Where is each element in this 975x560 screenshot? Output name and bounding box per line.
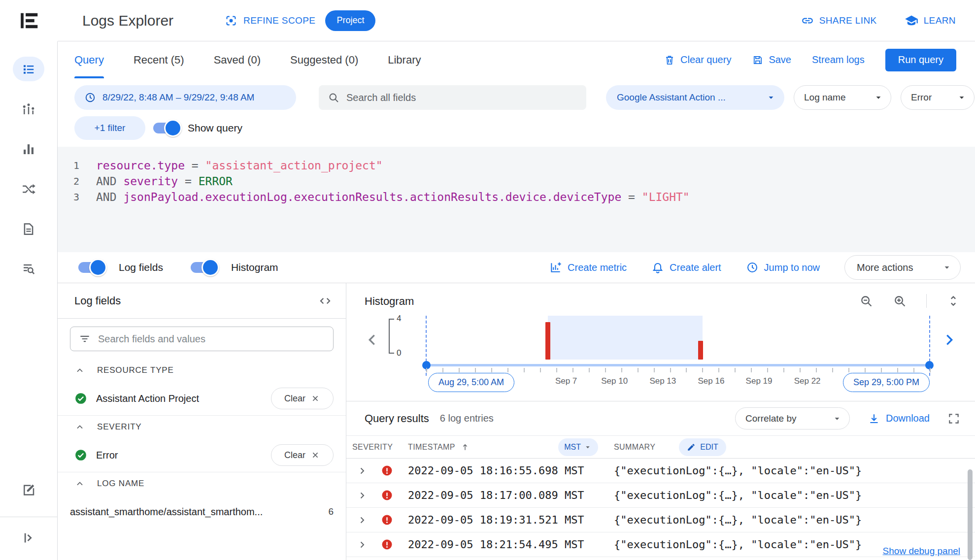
section-header-resource-type[interactable]: RESOURCE TYPE [58, 359, 346, 382]
project-scope-badge[interactable]: Project [325, 10, 375, 31]
severity-filter-dropdown[interactable]: Error [901, 85, 975, 110]
timeline-track[interactable] [426, 364, 930, 366]
jump-to-now-button[interactable]: Jump to now [746, 261, 820, 274]
cloud-logging-logo[interactable] [0, 0, 58, 41]
results-scrollbar[interactable] [968, 469, 973, 560]
column-timestamp[interactable]: TIMESTAMP [408, 443, 455, 452]
code-view-button[interactable] [318, 294, 332, 308]
sidebar-item-logs-storage[interactable] [13, 209, 44, 249]
query-editor[interactable]: 1resource.type = "assistant_action_proje… [58, 147, 975, 252]
token-op: = [178, 175, 199, 188]
log-entries-count: 6 log entries [440, 413, 494, 424]
run-query-button[interactable]: Run query [885, 49, 956, 71]
logs-dashboard-icon [21, 142, 36, 157]
search-all-fields-box[interactable] [319, 85, 586, 110]
refine-scope-button[interactable]: REFINE SCOPE [225, 14, 315, 27]
log-field-item[interactable]: Assistant Action ProjectClear [58, 382, 346, 415]
sidebar-item-logs-dashboard[interactable] [13, 129, 44, 169]
save-button[interactable]: Save [752, 54, 791, 66]
axis-tick [442, 368, 443, 372]
share-link-button[interactable]: SHARE LINK [801, 14, 877, 27]
table-row[interactable]: 2022-09-05 18:19:31.521 MST{"executionLo… [346, 508, 975, 532]
table-row[interactable]: 2022-09-05 18:16:55.698 MST{"executionLo… [346, 459, 975, 483]
share-link-label: SHARE LINK [819, 15, 877, 26]
table-row[interactable]: 2022-09-05 18:21:54.495 MST{"executionLo… [346, 532, 975, 557]
line-number: 1 [58, 158, 79, 173]
more-actions-dropdown[interactable]: More actions [844, 255, 961, 280]
show-query-toggle[interactable] [153, 122, 179, 134]
clear-filter-button[interactable]: Clear [271, 388, 334, 409]
fullscreen-button[interactable] [947, 412, 960, 425]
tab-query[interactable]: Query [74, 41, 104, 78]
sidebar-item-logs-explorer[interactable] [13, 49, 44, 89]
learn-button[interactable]: LEARN [905, 14, 956, 28]
error-severity-icon [381, 489, 393, 501]
logging-logo-icon [18, 9, 40, 32]
range-end-pill[interactable]: Sep 29, 5:00 PM [843, 373, 930, 392]
log-fields-toggle[interactable] [78, 262, 104, 273]
timestamp-cell: 2022-09-05 18:19:31.521 MST [402, 514, 608, 526]
token-op: = [621, 191, 642, 203]
download-button[interactable]: Download [868, 412, 930, 425]
log-router-icon [21, 182, 36, 197]
log-fields-section-log-name: LOG NAMEassistant_smarthome/assistant_sm… [58, 472, 346, 528]
timezone-dropdown[interactable]: MST [558, 438, 598, 456]
header-actions: SHARE LINK LEARN [801, 14, 956, 28]
time-range-filter[interactable]: 8/29/22, 8:48 AM – 9/29/22, 9:48 AM [74, 85, 296, 110]
pan-left-button[interactable] [364, 331, 381, 348]
expand-row-button[interactable] [356, 490, 368, 501]
edit-summary-button[interactable]: EDIT [679, 438, 726, 456]
tab-recent-5[interactable]: Recent (5) [134, 41, 184, 78]
more-filters-button[interactable]: +1 filter [74, 116, 145, 140]
log-name-filter-dropdown[interactable]: Log name [794, 85, 891, 110]
expand-histogram-button[interactable] [946, 294, 960, 308]
tab-library[interactable]: Library [388, 41, 421, 78]
expand-row-button[interactable] [356, 514, 368, 526]
table-row[interactable]: 2022-09-05 18:17:00.089 MST{"executionLo… [346, 483, 975, 508]
query-line[interactable]: 1resource.type = "assistant_action_proje… [58, 158, 975, 173]
clear-filter-button[interactable]: Clear [271, 444, 334, 466]
token-keyword: AND [96, 175, 123, 188]
expand-row-button[interactable] [356, 539, 368, 551]
range-start-pill[interactable]: Aug 29, 5:00 AM [428, 373, 514, 392]
expand-row-button[interactable] [356, 465, 368, 477]
section-header-severity[interactable]: SEVERITY [58, 416, 346, 438]
collapse-sidebar-button[interactable] [21, 530, 36, 547]
pan-right-button[interactable] [941, 331, 957, 348]
search-all-fields-input[interactable] [346, 92, 577, 103]
clear-query-button[interactable]: Clear query [664, 54, 731, 66]
chevron-down-icon [583, 443, 592, 452]
query-line[interactable]: 2AND severity = ERROR [58, 173, 975, 189]
log-field-item[interactable]: ErrorClear [58, 438, 346, 472]
correlate-by-dropdown[interactable]: Correlate by [735, 407, 850, 429]
sidebar-item-logs-metrics[interactable] [13, 249, 44, 289]
log-field-item[interactable]: assistant_smarthome/assistant_smarthom..… [58, 495, 346, 528]
create-alert-button[interactable]: Create alert [651, 261, 721, 274]
show-debug-panel-link[interactable]: Show debug panel [883, 546, 960, 557]
log-fields-search-input[interactable] [98, 333, 325, 345]
log-fields-search-box[interactable] [70, 327, 334, 351]
query-line[interactable]: 3AND jsonPayload.executionLog.executionR… [58, 189, 975, 205]
axis-tick [848, 368, 849, 372]
tab-suggested-0[interactable]: Suggested (0) [290, 41, 358, 78]
toggle-knob [89, 259, 107, 276]
tab-saved-0[interactable]: Saved (0) [214, 41, 261, 78]
field-value-label: assistant_smarthome/assistant_smarthom..… [70, 506, 322, 518]
clear-label: Clear [284, 394, 305, 404]
query-actions: Clear query Save Stream logs Run query [664, 41, 956, 78]
stream-logs-button[interactable]: Stream logs [812, 54, 865, 66]
sidebar-item-log-router[interactable] [13, 169, 44, 209]
sidebar-item-release-notes[interactable] [21, 483, 36, 499]
resource-filter-dropdown[interactable]: Google Assistant Action ... [606, 85, 784, 110]
chevron-up-icon [74, 478, 85, 489]
histogram-toggle[interactable] [191, 262, 216, 273]
histogram-selection[interactable] [548, 316, 703, 360]
sidebar-item-log-analytics[interactable] [13, 89, 44, 129]
axis-tick [507, 368, 508, 372]
create-metric-button[interactable]: Create metric [549, 261, 627, 274]
sort-ascending-icon[interactable] [460, 442, 470, 452]
error-severity-icon [381, 514, 393, 526]
section-header-log-name[interactable]: LOG NAME [58, 472, 346, 495]
download-icon [868, 412, 880, 425]
timezone-label: MST [564, 443, 581, 452]
